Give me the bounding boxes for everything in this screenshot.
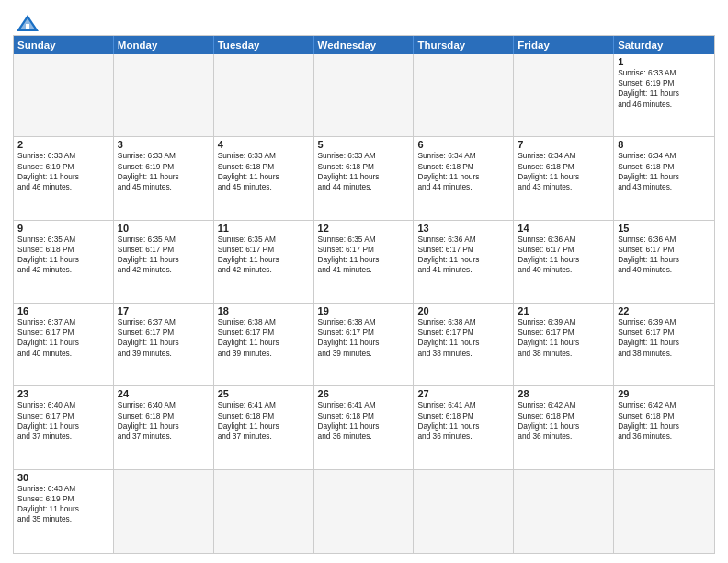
calendar-day-1: 1Sunrise: 6:33 AM Sunset: 6:19 PM Daylig… — [614, 54, 714, 136]
calendar-day-12: 12Sunrise: 6:35 AM Sunset: 6:17 PM Dayli… — [314, 221, 415, 303]
day-info: Sunrise: 6:38 AM Sunset: 6:17 PM Dayligh… — [218, 317, 310, 359]
day-info: Sunrise: 6:35 AM Sunset: 6:17 PM Dayligh… — [218, 235, 310, 276]
day-info: Sunrise: 6:42 AM Sunset: 6:18 PM Dayligh… — [618, 400, 711, 442]
calendar-day-5: 5Sunrise: 6:33 AM Sunset: 6:18 PM Daylig… — [314, 137, 415, 219]
day-number: 10 — [118, 223, 210, 234]
day-info: Sunrise: 6:38 AM Sunset: 6:17 PM Dayligh… — [318, 317, 410, 359]
day-number: 22 — [618, 305, 711, 316]
calendar-day-empty — [514, 54, 614, 136]
calendar-day-28: 28Sunrise: 6:42 AM Sunset: 6:18 PM Dayli… — [514, 386, 614, 468]
day-info: Sunrise: 6:42 AM Sunset: 6:18 PM Dayligh… — [518, 400, 609, 442]
calendar-day-14: 14Sunrise: 6:36 AM Sunset: 6:17 PM Dayli… — [514, 221, 614, 303]
calendar-header: SundayMondayTuesdayWednesdayThursdayFrid… — [14, 36, 714, 54]
page: SundayMondayTuesdayWednesdayThursdayFrid… — [0, 0, 728, 563]
day-number: 2 — [17, 139, 109, 150]
day-number: 16 — [17, 305, 109, 316]
day-number: 25 — [218, 388, 310, 399]
day-number: 5 — [318, 139, 410, 150]
day-number: 9 — [17, 223, 109, 234]
calendar-day-23: 23Sunrise: 6:40 AM Sunset: 6:17 PM Dayli… — [14, 386, 114, 468]
day-number: 23 — [17, 388, 109, 399]
calendar-week-3: 9Sunrise: 6:35 AM Sunset: 6:18 PM Daylig… — [14, 221, 714, 304]
day-number: 4 — [218, 139, 310, 150]
svg-rect-2 — [26, 24, 29, 29]
day-number: 15 — [618, 223, 711, 234]
calendar-day-empty — [14, 54, 114, 136]
calendar-day-21: 21Sunrise: 6:39 AM Sunset: 6:17 PM Dayli… — [514, 304, 614, 385]
calendar-day-7: 7Sunrise: 6:34 AM Sunset: 6:18 PM Daylig… — [514, 137, 614, 219]
day-info: Sunrise: 6:36 AM Sunset: 6:17 PM Dayligh… — [417, 235, 509, 276]
calendar-day-empty — [214, 470, 314, 553]
header — [13, 9, 715, 29]
calendar-day-16: 16Sunrise: 6:37 AM Sunset: 6:17 PM Dayli… — [14, 304, 114, 385]
calendar-day-empty — [314, 54, 415, 136]
calendar-day-11: 11Sunrise: 6:35 AM Sunset: 6:17 PM Dayli… — [214, 221, 314, 303]
day-info: Sunrise: 6:41 AM Sunset: 6:18 PM Dayligh… — [318, 400, 410, 442]
day-number: 29 — [618, 388, 711, 399]
calendar-day-26: 26Sunrise: 6:41 AM Sunset: 6:18 PM Dayli… — [314, 386, 415, 468]
calendar-day-20: 20Sunrise: 6:38 AM Sunset: 6:17 PM Dayli… — [414, 304, 514, 385]
day-info: Sunrise: 6:39 AM Sunset: 6:17 PM Dayligh… — [518, 317, 609, 359]
day-number: 18 — [218, 305, 310, 316]
calendar-day-27: 27Sunrise: 6:41 AM Sunset: 6:18 PM Dayli… — [414, 386, 514, 468]
weekday-header-wednesday: Wednesday — [314, 36, 415, 54]
calendar-day-empty — [414, 54, 514, 136]
calendar: SundayMondayTuesdayWednesdayThursdayFrid… — [13, 35, 715, 554]
day-info: Sunrise: 6:33 AM Sunset: 6:19 PM Dayligh… — [618, 68, 711, 109]
day-info: Sunrise: 6:35 AM Sunset: 6:18 PM Dayligh… — [17, 235, 109, 276]
day-info: Sunrise: 6:33 AM Sunset: 6:18 PM Dayligh… — [318, 151, 410, 192]
day-info: Sunrise: 6:34 AM Sunset: 6:18 PM Dayligh… — [417, 151, 509, 192]
calendar-day-empty — [514, 470, 614, 553]
calendar-day-13: 13Sunrise: 6:36 AM Sunset: 6:17 PM Dayli… — [414, 221, 514, 303]
calendar-day-empty — [314, 470, 415, 553]
calendar-day-17: 17Sunrise: 6:37 AM Sunset: 6:17 PM Dayli… — [114, 304, 214, 385]
day-info: Sunrise: 6:33 AM Sunset: 6:18 PM Dayligh… — [218, 151, 310, 192]
day-number: 19 — [318, 305, 410, 316]
day-info: Sunrise: 6:33 AM Sunset: 6:19 PM Dayligh… — [118, 151, 210, 192]
weekday-header-friday: Friday — [514, 36, 614, 54]
weekday-header-saturday: Saturday — [614, 36, 714, 54]
calendar-day-empty — [114, 54, 214, 136]
calendar-day-8: 8Sunrise: 6:34 AM Sunset: 6:18 PM Daylig… — [614, 137, 714, 219]
day-number: 26 — [318, 388, 410, 399]
day-info: Sunrise: 6:36 AM Sunset: 6:17 PM Dayligh… — [518, 235, 609, 276]
calendar-day-22: 22Sunrise: 6:39 AM Sunset: 6:17 PM Dayli… — [614, 304, 714, 385]
day-info: Sunrise: 6:37 AM Sunset: 6:17 PM Dayligh… — [17, 317, 109, 359]
day-number: 21 — [518, 305, 609, 316]
day-number: 11 — [218, 223, 310, 234]
day-info: Sunrise: 6:41 AM Sunset: 6:18 PM Dayligh… — [417, 400, 509, 442]
calendar-day-10: 10Sunrise: 6:35 AM Sunset: 6:17 PM Dayli… — [114, 221, 214, 303]
calendar-day-4: 4Sunrise: 6:33 AM Sunset: 6:18 PM Daylig… — [214, 137, 314, 219]
weekday-header-sunday: Sunday — [14, 36, 114, 54]
day-number: 28 — [518, 388, 609, 399]
day-info: Sunrise: 6:36 AM Sunset: 6:17 PM Dayligh… — [618, 235, 711, 276]
calendar-week-4: 16Sunrise: 6:37 AM Sunset: 6:17 PM Dayli… — [14, 304, 714, 386]
day-info: Sunrise: 6:40 AM Sunset: 6:18 PM Dayligh… — [118, 400, 210, 442]
day-info: Sunrise: 6:39 AM Sunset: 6:17 PM Dayligh… — [618, 317, 711, 359]
calendar-day-18: 18Sunrise: 6:38 AM Sunset: 6:17 PM Dayli… — [214, 304, 314, 385]
day-info: Sunrise: 6:33 AM Sunset: 6:19 PM Dayligh… — [17, 151, 109, 192]
day-info: Sunrise: 6:40 AM Sunset: 6:17 PM Dayligh… — [17, 400, 109, 442]
day-number: 24 — [118, 388, 210, 399]
calendar-day-15: 15Sunrise: 6:36 AM Sunset: 6:17 PM Dayli… — [614, 221, 714, 303]
day-number: 8 — [618, 139, 711, 150]
calendar-day-24: 24Sunrise: 6:40 AM Sunset: 6:18 PM Dayli… — [114, 386, 214, 468]
day-number: 6 — [417, 139, 509, 150]
calendar-day-30: 30Sunrise: 6:43 AM Sunset: 6:19 PM Dayli… — [14, 470, 114, 553]
calendar-day-25: 25Sunrise: 6:41 AM Sunset: 6:18 PM Dayli… — [214, 386, 314, 468]
weekday-header-tuesday: Tuesday — [214, 36, 314, 54]
day-info: Sunrise: 6:43 AM Sunset: 6:19 PM Dayligh… — [17, 484, 109, 525]
calendar-body: 1Sunrise: 6:33 AM Sunset: 6:19 PM Daylig… — [14, 54, 714, 553]
calendar-day-empty — [614, 470, 714, 553]
calendar-day-29: 29Sunrise: 6:42 AM Sunset: 6:18 PM Dayli… — [614, 386, 714, 468]
calendar-day-2: 2Sunrise: 6:33 AM Sunset: 6:19 PM Daylig… — [14, 137, 114, 219]
calendar-week-2: 2Sunrise: 6:33 AM Sunset: 6:19 PM Daylig… — [14, 137, 714, 220]
calendar-day-6: 6Sunrise: 6:34 AM Sunset: 6:18 PM Daylig… — [414, 137, 514, 219]
calendar-week-5: 23Sunrise: 6:40 AM Sunset: 6:17 PM Dayli… — [14, 386, 714, 469]
day-number: 1 — [618, 56, 711, 67]
day-number: 20 — [417, 305, 509, 316]
weekday-header-thursday: Thursday — [414, 36, 514, 54]
day-info: Sunrise: 6:41 AM Sunset: 6:18 PM Dayligh… — [218, 400, 310, 442]
calendar-week-1: 1Sunrise: 6:33 AM Sunset: 6:19 PM Daylig… — [14, 54, 714, 137]
calendar-day-3: 3Sunrise: 6:33 AM Sunset: 6:19 PM Daylig… — [114, 137, 214, 219]
